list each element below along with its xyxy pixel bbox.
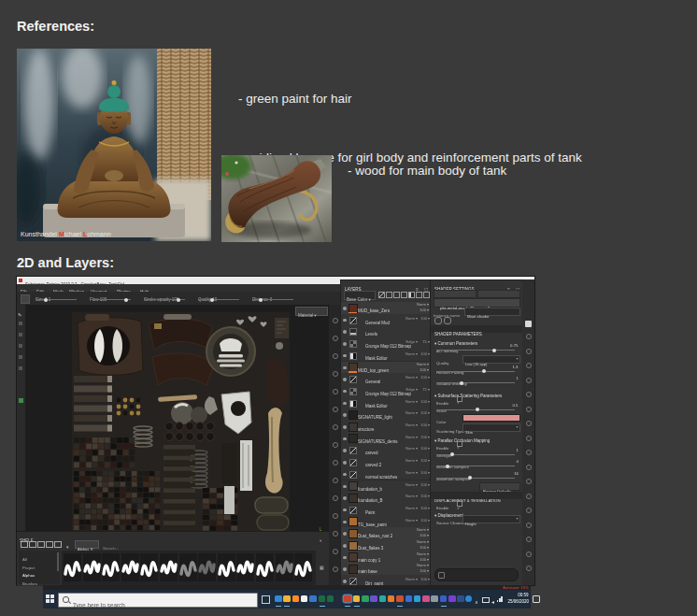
brush-alpha-thumbnail[interactable] (256, 553, 274, 581)
dock-icon-9[interactable] (333, 478, 338, 483)
slider-handle[interactable] (259, 298, 263, 302)
tray-app-icon[interactable] (465, 595, 472, 602)
layer-row[interactable]: MUD_top_greenNorm ▾100 ▾ (341, 362, 431, 375)
delete-layer-icon[interactable] (423, 292, 430, 298)
taskbar-app-icon-20[interactable] (448, 595, 456, 603)
layer-visibility-icon[interactable] (343, 425, 347, 429)
right-dock-icon-6[interactable] (526, 421, 532, 426)
brush-alpha-thumbnail[interactable] (294, 553, 312, 581)
tool-icon-0[interactable] (19, 322, 22, 325)
slider-handle[interactable] (446, 465, 449, 468)
slider-handle[interactable] (44, 298, 48, 302)
right-dock-icon-3[interactable] (526, 378, 532, 383)
right-dock-icon-0[interactable] (526, 334, 532, 339)
tray-network-icon[interactable] (497, 596, 503, 602)
layer-visibility-icon[interactable] (343, 461, 347, 465)
shelf-copy-icon[interactable] (37, 541, 45, 548)
brush-alpha-thumbnail[interactable] (140, 553, 158, 581)
shader-top-button-right[interactable] (477, 290, 520, 298)
param-source-channel-dropdown[interactable]: Height▾ (462, 515, 520, 523)
layer-row[interactable]: carvedNorm ▾100 ▾ (341, 444, 431, 457)
taskbar-app-icon-14[interactable] (396, 595, 404, 603)
dock-panel-icon[interactable] (525, 321, 532, 327)
brush-alpha-thumbnail[interactable] (276, 553, 293, 581)
slider-handle[interactable] (460, 381, 463, 385)
taskbar-app-icon-2[interactable] (292, 595, 300, 603)
shelf-filter-tag[interactable]: Alphas ✕ (75, 540, 99, 549)
start-button[interactable] (46, 595, 54, 603)
layer-row[interactable]: foundation_bNorm ▾100 ▾ (341, 480, 431, 494)
toolbar-size-slider[interactable] (36, 299, 77, 300)
layer-visibility-icon[interactable] (343, 342, 347, 346)
tool-icon-1[interactable] (19, 333, 22, 337)
taskbar-app-icon-19[interactable] (440, 595, 448, 603)
right-dock-icon-7[interactable] (526, 436, 532, 441)
layer-visibility-icon[interactable] (343, 307, 347, 310)
layer-visibility-icon[interactable] (343, 437, 347, 441)
layer-row[interactable]: SIGNATURE_lightNorm ▾100 ▾ (341, 408, 431, 422)
shelf-view-mode-icon[interactable]: ▦ (320, 560, 328, 577)
layer-visibility-icon[interactable] (343, 532, 347, 536)
brush-alpha-thumbnail[interactable] (198, 553, 216, 581)
layer-visibility-icon[interactable] (343, 509, 347, 512)
dock-icon-5[interactable] (333, 407, 338, 412)
add-smart-material-icon[interactable] (416, 292, 422, 298)
shader-icon-2[interactable] (444, 317, 451, 324)
right-dock-icon-14[interactable] (526, 537, 532, 542)
layer-row[interactable]: MUD_base_ZeroNorm ▾100 ▾ (341, 302, 431, 315)
right-dock-icon-5[interactable] (526, 407, 532, 412)
layer-row[interactable]: structureNorm ▾100 ▾ (341, 421, 431, 434)
right-dock-icon-10[interactable] (526, 479, 532, 484)
shelf-collapse-icon[interactable]: ▾ (320, 533, 324, 550)
layer-row[interactable]: Grunge Map 012 BitmapEdge ▾75 ▾ (341, 337, 431, 351)
taskbar-app-icon-3[interactable] (301, 595, 308, 603)
layer-row[interactable]: Levels (341, 325, 431, 338)
taskbar-app-icon-1[interactable] (283, 595, 291, 603)
slider-handle[interactable] (450, 452, 454, 456)
instance-name-field[interactable]: Main shader (464, 308, 520, 316)
taskbar-app-icon-15[interactable] (405, 595, 413, 603)
taskbar-app-icon-10[interactable] (362, 595, 369, 603)
dock-icon-14[interactable] (333, 566, 338, 572)
toolbar-distance-slider[interactable] (252, 299, 293, 300)
slider-handle[interactable] (492, 349, 496, 352)
dock-icon-12[interactable] (333, 531, 338, 537)
layer-visibility-icon[interactable] (343, 580, 347, 583)
brush-alpha-thumbnail[interactable] (102, 553, 120, 581)
brush-alpha-thumbnail[interactable] (236, 553, 254, 581)
dock-icon-11[interactable] (333, 513, 338, 519)
param-scattering-type-dropdown[interactable]: Skin▾ (462, 423, 520, 432)
layer-visibility-icon[interactable] (343, 485, 347, 489)
shelf-list-scrollbar[interactable] (57, 552, 59, 571)
dock-icon-7[interactable] (333, 442, 338, 448)
layer-visibility-icon[interactable] (343, 567, 347, 571)
param-horizon-fading-slider[interactable] (436, 371, 515, 372)
tool-icon-2[interactable] (19, 344, 22, 348)
dock-icon-4[interactable] (333, 389, 338, 394)
add-paint-layer-icon[interactable] (378, 292, 385, 298)
layer-visibility-icon[interactable] (343, 319, 347, 322)
shader-icon-1[interactable] (434, 317, 442, 324)
slider-handle[interactable] (177, 298, 180, 302)
shelf-folder-icon[interactable] (21, 541, 28, 548)
layer-visibility-icon[interactable] (343, 390, 347, 394)
taskbar-app-icon-21[interactable] (457, 595, 464, 603)
right-dock-icon-11[interactable] (526, 494, 532, 499)
param-maximum-samples-slider[interactable] (436, 478, 515, 479)
param-minimum-samples-slider[interactable] (436, 466, 515, 466)
layer-visibility-icon[interactable] (343, 354, 347, 358)
layer-row[interactable]: carved 2Norm ▾100 ▾ (341, 456, 431, 469)
shelf-import-icon[interactable] (29, 541, 36, 548)
right-dock-icon-2[interactable] (526, 363, 532, 368)
slider-handle[interactable] (468, 476, 472, 480)
layer-row[interactable]: main baseNorm ▾100 ▾ (341, 563, 431, 576)
brush-alpha-thumbnail[interactable] (64, 553, 81, 581)
brush-alpha-thumbnail[interactable] (179, 553, 197, 581)
tray-chevron-icon[interactable]: ∧ (475, 594, 481, 610)
taskbar-app-icon-13[interactable] (388, 595, 395, 603)
layer-visibility-icon[interactable] (343, 521, 347, 524)
taskbar-app-icon-16[interactable] (414, 595, 421, 603)
layer-row[interactable]: SIGNATURES_dentsNorm ▾100 ▾ (341, 433, 431, 446)
viewport-2d[interactable]: Material ▾L (26, 305, 329, 531)
layer-row[interactable]: Grunge Map 012 BitmapEdge ▾75 ▾ (341, 385, 431, 398)
